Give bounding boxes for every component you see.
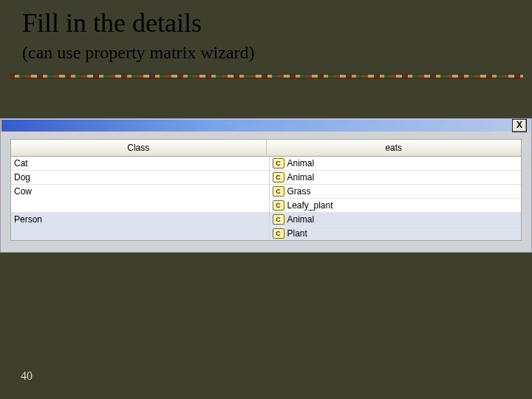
class-label: Person — [14, 214, 42, 225]
eats-label: Plant — [287, 228, 307, 239]
class-badge-icon: C — [273, 172, 284, 183]
class-badge-icon: C — [273, 228, 284, 239]
close-button[interactable]: X — [512, 119, 527, 132]
column-header-class[interactable]: Class — [11, 140, 267, 156]
slide: Fill in the details (can use property ma… — [0, 0, 532, 399]
eats-label: Grass — [287, 186, 311, 197]
eats-item[interactable]: CLeafy_plant — [270, 198, 522, 212]
table-row[interactable]: PersonCAnimalCPlant — [11, 212, 521, 240]
eats-item[interactable]: CGrass — [270, 185, 522, 198]
class-cell[interactable]: Person — [11, 212, 270, 240]
eats-item[interactable]: CPlant — [270, 226, 522, 240]
eats-label: Animal — [287, 172, 315, 183]
matrix-header-row: Class eats — [10, 139, 522, 157]
eats-cell[interactable]: CAnimalCPlant — [270, 212, 522, 240]
decorative-rule — [9, 74, 523, 78]
property-matrix: Class eats CatCAnimalDogCAnimalCowCGrass… — [10, 139, 522, 241]
class-badge-icon: C — [273, 214, 284, 225]
table-row[interactable]: CowCGrassCLeafy_plant — [11, 184, 521, 212]
eats-cell[interactable]: CGrassCLeafy_plant — [270, 184, 522, 212]
window-titlebar: X — [1, 120, 531, 132]
close-icon: X — [516, 120, 522, 130]
slide-subtitle: (can use property matrix wizard) — [22, 43, 255, 63]
eats-item[interactable]: CAnimal — [270, 171, 522, 184]
table-row[interactable]: DogCAnimal — [11, 170, 521, 184]
class-badge-icon: C — [273, 200, 284, 211]
class-badge-icon: C — [273, 158, 284, 168]
class-label: Dog — [14, 172, 30, 183]
class-label: Cat — [14, 158, 28, 168]
eats-cell[interactable]: CAnimal — [270, 157, 522, 170]
class-badge-icon: C — [273, 186, 284, 197]
eats-label: Animal — [287, 158, 315, 168]
table-row[interactable]: CatCAnimal — [11, 157, 521, 170]
matrix-window: X Class eats CatCAnimalDogCAnimalCowCGra… — [0, 118, 532, 253]
slide-title: Fill in the details — [22, 7, 202, 38]
matrix-body: CatCAnimalDogCAnimalCowCGrassCLeafy_plan… — [10, 157, 522, 241]
eats-cell[interactable]: CAnimal — [270, 170, 522, 184]
eats-label: Animal — [287, 214, 315, 225]
class-cell[interactable]: Cat — [11, 157, 270, 170]
class-label: Cow — [14, 186, 32, 197]
column-header-eats[interactable]: eats — [267, 140, 522, 156]
eats-item[interactable]: CAnimal — [270, 157, 522, 170]
page-number: 40 — [21, 369, 33, 383]
class-cell[interactable]: Cow — [11, 184, 270, 212]
class-cell[interactable]: Dog — [11, 170, 270, 184]
eats-item[interactable]: CAnimal — [270, 213, 522, 226]
eats-label: Leafy_plant — [287, 200, 333, 211]
window-chrome: X Class eats CatCAnimalDogCAnimalCowCGra… — [0, 118, 532, 253]
